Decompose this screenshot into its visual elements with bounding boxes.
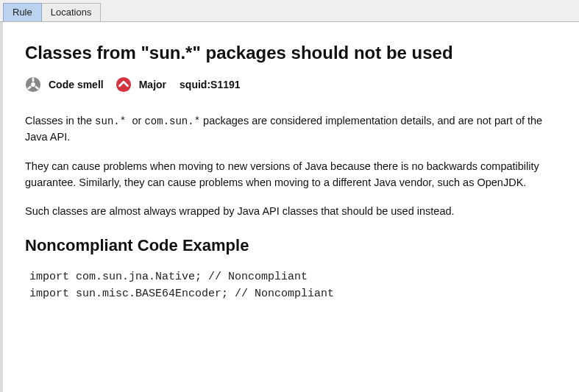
noncompliant-heading: Noncompliant Code Example [25, 236, 557, 255]
svg-point-1 [31, 82, 35, 87]
description-paragraph: They can cause problems when moving to n… [25, 159, 557, 191]
rule-title: Classes from "sun.*" packages should not… [25, 43, 557, 63]
svg-rect-2 [32, 78, 35, 82]
tab-bar: Rule Locations [0, 0, 579, 22]
rule-severity-label: Major [139, 79, 166, 90]
tab-locations[interactable]: Locations [41, 3, 102, 21]
rule-meta-row: Code smell Major squid:S1191 [25, 76, 557, 93]
rule-key: squid:S1191 [180, 79, 240, 90]
code-smell-icon [25, 76, 41, 93]
tab-rule[interactable]: Rule [3, 3, 42, 21]
svg-point-5 [116, 77, 131, 92]
severity-major-icon [116, 76, 132, 93]
noncompliant-code-block: import com.sun.jna.Native; // Noncomplia… [25, 268, 557, 303]
rule-type-label: Code smell [49, 79, 104, 90]
description-paragraph: Such classes are almost always wrapped b… [25, 204, 557, 220]
description-paragraph: Classes in the sun.* or com.sun.* packag… [25, 113, 557, 146]
rule-description: Classes in the sun.* or com.sun.* packag… [25, 113, 557, 220]
rule-panel: Classes from "sun.*" packages should not… [0, 22, 579, 392]
